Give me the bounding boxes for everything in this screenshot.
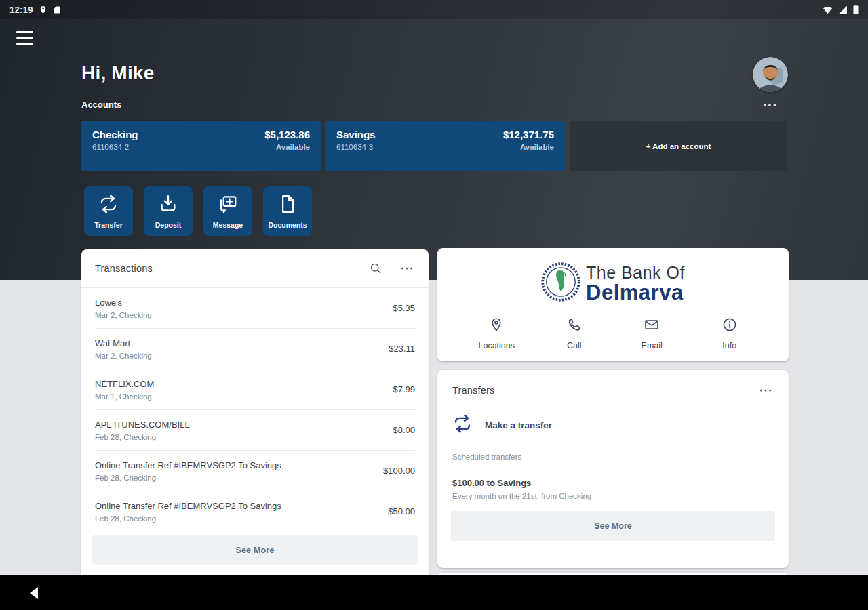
account-name: Savings (336, 129, 376, 140)
avatar[interactable] (753, 57, 788, 92)
transactions-header: Transactions (81, 249, 429, 288)
quick-action-label: Message (213, 221, 243, 229)
checking-account-card[interactable]: Checking 6110634-2 $5,123.86 Available (81, 121, 321, 171)
envelope-icon (643, 317, 660, 335)
home-icon[interactable] (81, 586, 92, 596)
info-icon (722, 317, 738, 335)
transaction-meta: Feb 28, Checking (95, 433, 190, 441)
search-icon[interactable] (368, 260, 384, 277)
add-account-button[interactable]: + Add an account (570, 121, 787, 171)
transaction-merchant: APL ITUNES.COM/BILL (95, 420, 190, 430)
transfers-title: Transfers (452, 385, 495, 396)
bank-name-line2: Delmarva (586, 282, 685, 303)
transaction-merchant: Wal-Mart (95, 338, 152, 348)
contact-label: Locations (478, 341, 515, 350)
make-transfer-button[interactable]: Make a transfer (437, 413, 789, 436)
transactions-see-more-button[interactable]: See More (92, 535, 418, 565)
wifi-icon (823, 5, 833, 14)
account-availability: Available (503, 143, 554, 151)
transactions-card: Transactions Lowe's Mar 2, Checking $5.3… (81, 249, 429, 583)
scheduled-transfers-heading: Scheduled transfers (437, 453, 789, 461)
contact-label: Call (567, 341, 582, 350)
scheduled-transfer-row[interactable]: $100.00 to Savings Every month on the 21… (437, 468, 789, 500)
menu-icon[interactable] (16, 31, 33, 45)
quick-action-label: Deposit (155, 221, 182, 229)
location-pin-icon (39, 5, 47, 14)
transaction-row[interactable]: Lowe's Mar 2, Checking $5.35 (81, 288, 429, 328)
quick-actions: Transfer Deposit Message (84, 186, 312, 236)
account-balance: $12,371.75 (503, 129, 554, 140)
location-pin-icon (488, 317, 505, 335)
back-icon[interactable] (27, 586, 41, 601)
transaction-meta: Feb 28, Checking (95, 514, 281, 523)
message-icon (218, 194, 238, 216)
transaction-merchant: Online Transfer Ref #IBEMRVSGP2 To Savin… (95, 460, 281, 470)
transaction-meta: Mar 2, Checking (95, 352, 152, 360)
bank-info-card: The Bank Of Delmarva Locations (437, 248, 789, 361)
transaction-amount: $100.00 (383, 466, 415, 476)
transfers-card: Transfers Make a transfer Scheduled tran… (437, 370, 789, 568)
account-balance: $5,123.86 (264, 129, 310, 140)
bank-name-line1: The Bank Of (586, 264, 685, 281)
transaction-row[interactable]: Online Transfer Ref #IBEMRVSGP2 To Savin… (81, 451, 429, 491)
quick-action-label: Transfer (94, 221, 122, 229)
recents-icon[interactable] (829, 586, 841, 597)
transfers-see-more-button[interactable]: See More (451, 511, 775, 541)
message-button[interactable]: Message (203, 186, 252, 236)
accounts-section-label: Accounts (81, 100, 121, 110)
transactions-more-icon[interactable] (399, 265, 415, 272)
email-button[interactable]: Email (621, 317, 682, 350)
battery-icon (853, 5, 859, 14)
accounts-more-icon[interactable] (762, 99, 777, 109)
transaction-row[interactable]: APL ITUNES.COM/BILL Feb 28, Checking $8.… (81, 410, 429, 450)
transaction-meta: Mar 1, Checking (95, 392, 154, 401)
transaction-amount: $50.00 (388, 506, 415, 516)
sd-card-icon (53, 5, 61, 14)
android-nav-bar (0, 575, 868, 610)
quick-action-label: Documents (268, 221, 307, 229)
greeting-title: Hi, Mike (81, 62, 154, 84)
make-transfer-label: Make a transfer (485, 420, 552, 430)
transaction-meta: Mar 2, Checking (95, 311, 152, 319)
transactions-title: Transactions (95, 263, 153, 274)
transfer-icon (452, 413, 473, 436)
transaction-merchant: Lowe's (95, 298, 152, 308)
cell-signal-icon (838, 5, 848, 14)
account-number: 6110634-2 (92, 143, 138, 151)
transaction-merchant: NETFLIX.COM (95, 379, 154, 389)
locations-button[interactable]: Locations (466, 317, 527, 350)
transaction-row[interactable]: NETFLIX.COM Mar 1, Checking $7.99 (81, 369, 429, 409)
transfer-button[interactable]: Transfer (84, 186, 133, 236)
transaction-amount: $7.99 (393, 384, 415, 394)
bank-seal-icon (541, 262, 580, 304)
call-button[interactable]: Call (544, 317, 605, 350)
transfer-icon (98, 194, 119, 216)
scheduled-transfer-meta: Every month on the 21st, from Checking (452, 492, 774, 500)
documents-button[interactable]: Documents (263, 186, 312, 236)
accounts-row: Checking 6110634-2 $5,123.86 Available S… (81, 121, 787, 171)
bank-contacts-row: Locations Call Email (437, 317, 789, 350)
documents-icon (277, 194, 298, 216)
phone-icon (566, 317, 583, 335)
clock: 12:19 (9, 5, 33, 15)
info-button[interactable]: Info (699, 317, 760, 350)
banking-app-screen: 12:19 Hi, Mike Accounts (0, 0, 868, 610)
bank-logo: The Bank Of Delmarva (437, 262, 789, 304)
status-bar: 12:19 (0, 0, 868, 19)
transaction-amount: $8.00 (393, 425, 415, 435)
transaction-meta: Feb 28, Checking (95, 474, 281, 482)
deposit-button[interactable]: Deposit (144, 186, 193, 236)
transfers-more-icon[interactable] (757, 387, 774, 394)
transfers-header: Transfers (437, 370, 789, 396)
account-availability: Available (264, 143, 310, 151)
transaction-amount: $23.11 (389, 344, 415, 354)
scheduled-transfer-title: $100.00 to Savings (452, 478, 774, 488)
account-number: 6110634-3 (336, 143, 376, 151)
transaction-amount: $5.35 (393, 303, 415, 313)
transaction-row[interactable]: Wal-Mart Mar 2, Checking $23.11 (81, 329, 429, 369)
savings-account-card[interactable]: Savings 6110634-3 $12,371.75 Available (326, 121, 565, 171)
transaction-merchant: Online Transfer Ref #IBEMRVSGP2 To Savin… (95, 501, 281, 511)
account-name: Checking (92, 129, 138, 140)
contact-label: Email (642, 341, 663, 350)
transaction-row[interactable]: Online Transfer Ref #IBEMRVSGP2 To Savin… (81, 491, 429, 531)
